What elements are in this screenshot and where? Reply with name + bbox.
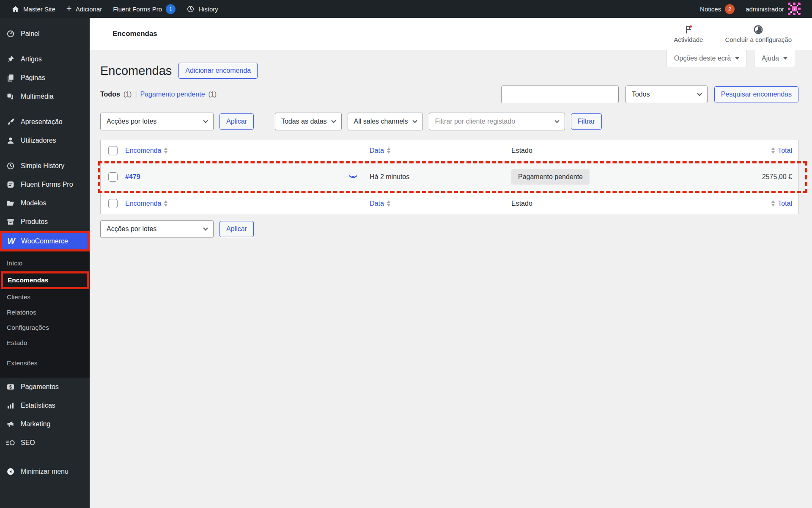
submenu-configuracoes[interactable]: Configurações bbox=[0, 320, 90, 335]
adminbar-new[interactable]: + Adicionar bbox=[61, 0, 107, 18]
search-orders-input[interactable] bbox=[501, 86, 619, 103]
sidebar-item-label: Modelos bbox=[21, 199, 46, 207]
search-scope-select[interactable]: Todos bbox=[625, 86, 708, 103]
bulk-actions-value: Acções por lotes bbox=[107, 118, 156, 125]
sort-arrows-icon bbox=[771, 200, 775, 207]
filter-row: Acções por lotes Aplicar Todas as datas … bbox=[100, 113, 798, 130]
help-tab[interactable]: Ajuda bbox=[754, 50, 795, 67]
sidebar-item-woocommerce[interactable]: W WooCommerce bbox=[2, 233, 88, 249]
admin-top-bar: Master Site + Adicionar Fluent Forms Pro… bbox=[0, 0, 812, 18]
dates-filter-select[interactable]: Todas as datas bbox=[275, 113, 342, 130]
submenu-estado[interactable]: Estado bbox=[0, 335, 90, 351]
adminbar-site[interactable]: Master Site bbox=[6, 0, 61, 18]
home-icon bbox=[11, 5, 19, 13]
chevron-down-icon bbox=[697, 91, 702, 96]
search-orders-button[interactable]: Pesquisar encomendas bbox=[714, 86, 798, 102]
apply-button-bottom[interactable]: Aplicar bbox=[219, 221, 254, 237]
user-name: administrador bbox=[746, 6, 784, 13]
submenu-encomendas[interactable]: Encomendas bbox=[3, 273, 87, 287]
adminbar-fluent-forms[interactable]: Fluent Forms Pro 1 bbox=[107, 0, 181, 18]
screen-options-label: Opções deste ecrã bbox=[674, 55, 731, 62]
sidebar-item-produtos[interactable]: Produtos bbox=[0, 213, 90, 231]
total-footer-label: Total bbox=[778, 200, 792, 207]
order-total: 2575,00 € bbox=[762, 173, 792, 181]
avatar bbox=[788, 3, 801, 15]
fluent-forms-label: Fluent Forms Pro bbox=[113, 6, 162, 13]
sort-date-header[interactable]: Data bbox=[370, 147, 393, 155]
folder-icon bbox=[6, 199, 15, 208]
help-label: Ajuda bbox=[762, 55, 779, 62]
payments-icon: $ bbox=[6, 382, 15, 392]
sidebar-item-marketing[interactable]: Marketing bbox=[0, 415, 90, 433]
view-pending-count: (1) bbox=[208, 91, 217, 98]
submenu-inicio[interactable]: Início bbox=[0, 256, 90, 271]
sidebar-item-estatisticas[interactable]: Estatísticas bbox=[0, 396, 90, 415]
seo-icon bbox=[6, 438, 15, 447]
content-header: Encomendas Actividade Concluir a configu… bbox=[90, 18, 812, 50]
sidebar-item-paginas[interactable]: Páginas bbox=[0, 69, 90, 87]
sidebar-item-apresentacao[interactable]: Apresentação bbox=[0, 113, 90, 131]
filter-button[interactable]: Filtrar bbox=[571, 113, 602, 130]
submenu-extensoes[interactable]: Extensões bbox=[0, 356, 90, 371]
dates-filter-value: Todas as datas bbox=[281, 118, 327, 125]
chevron-down-icon bbox=[203, 226, 208, 230]
bulk-actions-select-bottom[interactable]: Acções por lotes bbox=[100, 220, 214, 238]
sidebar-item-label: Apresentação bbox=[21, 118, 63, 126]
select-all-checkbox[interactable] bbox=[108, 146, 118, 155]
sort-order-header[interactable]: Encomenda bbox=[125, 147, 170, 155]
site-name: Master Site bbox=[23, 6, 55, 13]
plus-icon: + bbox=[66, 4, 72, 13]
total-header-label: Total bbox=[778, 147, 792, 155]
sidebar-item-label: WooCommerce bbox=[21, 237, 68, 245]
sidebar-item-label: Pagamentos bbox=[21, 383, 59, 391]
collapse-arrow-icon bbox=[6, 467, 15, 476]
sidebar-item-artigos[interactable]: Artigos bbox=[0, 50, 90, 69]
sort-total-header[interactable]: Total bbox=[768, 147, 792, 155]
adminbar-notices[interactable]: Notices 2 bbox=[694, 0, 740, 18]
activity-button[interactable]: Actividade bbox=[674, 25, 703, 43]
submenu-clientes[interactable]: Clientes bbox=[0, 290, 90, 305]
bar-chart-icon bbox=[6, 401, 15, 410]
chevron-down-icon bbox=[331, 118, 336, 123]
add-order-button[interactable]: Adicionar encomenda bbox=[178, 63, 258, 79]
sidebar-item-seo[interactable]: SEO bbox=[0, 433, 90, 452]
sort-date-footer[interactable]: Data bbox=[370, 200, 393, 207]
sort-arrows-icon bbox=[164, 200, 167, 207]
setup-progress-button[interactable]: Concluir a configuração bbox=[725, 25, 792, 43]
sidebar-item-painel[interactable]: Painel bbox=[0, 25, 90, 43]
screen-options-tab[interactable]: Opções deste ecrã bbox=[667, 50, 747, 67]
row-checkbox[interactable] bbox=[108, 172, 118, 182]
sidebar-item-fluent-forms[interactable]: Fluent Forms Pro bbox=[0, 175, 90, 194]
submenu-relatorios[interactable]: Relatórios bbox=[0, 305, 90, 320]
sidebar-item-modelos[interactable]: Modelos bbox=[0, 194, 90, 213]
sidebar-item-label: Simple History bbox=[21, 162, 64, 170]
sort-total-footer[interactable]: Total bbox=[768, 200, 792, 207]
encomendas-annotation-box: Encomendas bbox=[1, 271, 89, 289]
view-all-link[interactable]: Todos bbox=[100, 91, 120, 98]
order-number-link[interactable]: #479 bbox=[125, 173, 140, 181]
sidebar-item-pagamentos[interactable]: $ Pagamentos bbox=[0, 378, 90, 396]
sales-channel-select[interactable]: All sales channels bbox=[348, 113, 423, 130]
select-all-checkbox-footer[interactable] bbox=[108, 199, 118, 208]
history-label: History bbox=[198, 6, 218, 13]
sidebar-item-multimedia[interactable]: Multimédia bbox=[0, 87, 90, 106]
date-footer-label: Data bbox=[370, 200, 384, 207]
history-clock-icon bbox=[187, 5, 195, 13]
clock-icon bbox=[6, 161, 15, 171]
page-title: Encomendas bbox=[100, 64, 172, 78]
sidebar-item-utilizadores[interactable]: Utilizadores bbox=[0, 131, 90, 150]
bulk-actions-select[interactable]: Acções por lotes bbox=[100, 113, 214, 130]
preview-eye-icon[interactable] bbox=[348, 173, 358, 181]
view-pending-link[interactable]: Pagamento pendente bbox=[140, 91, 205, 98]
adminbar-account[interactable]: administrador bbox=[740, 0, 806, 18]
apply-button[interactable]: Aplicar bbox=[219, 113, 254, 130]
status-views: Todos (1) | Pagamento pendente (1) bbox=[100, 91, 217, 98]
sort-order-footer[interactable]: Encomenda bbox=[125, 200, 170, 207]
dashboard-icon bbox=[6, 29, 15, 39]
collapse-menu-button[interactable]: Minimizar menu bbox=[0, 462, 90, 481]
customer-filter-select[interactable]: Filtrar por cliente registado bbox=[429, 113, 565, 130]
sidebar-item-label: Painel bbox=[21, 30, 39, 38]
sidebar-item-label: Multimédia bbox=[21, 93, 53, 100]
sidebar-item-simple-history[interactable]: Simple History bbox=[0, 157, 90, 175]
adminbar-history[interactable]: History bbox=[181, 0, 224, 18]
